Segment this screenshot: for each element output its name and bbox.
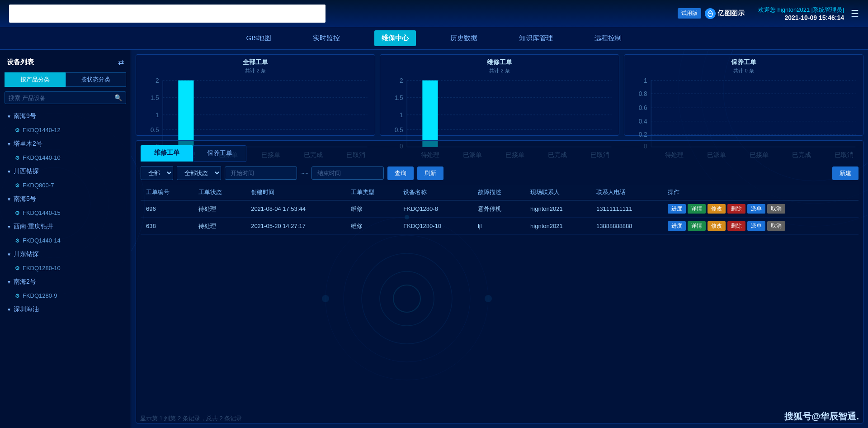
device-item-fkdq1440-10[interactable]: ⚙ FKDQ1440-10	[2, 152, 128, 164]
workorder-table: 工单编号 工单状态 创建时间 工单类型 设备名称 故障描述 现场联系人 联系人电…	[141, 185, 859, 235]
device-item-fkdq1440-15[interactable]: ⚙ FKDQ1440-15	[2, 207, 128, 219]
btn-edit-638[interactable]: 修改	[708, 221, 726, 231]
svg-text:2: 2	[400, 77, 403, 84]
chart-maintenance-orders: 保养工单 共计 0 条 1 0.8 0.6 0.4	[624, 54, 863, 136]
device-icon: ⚙	[15, 182, 20, 189]
sidebar-tabs: 按产品分类 按状态分类	[5, 72, 126, 87]
sidebar-group-chuanxi[interactable]: ▼ 川西钻探	[2, 164, 128, 179]
svg-text:2: 2	[156, 77, 159, 84]
svg-text:0.5: 0.5	[395, 127, 403, 133]
chart-maintenance-subtitle: 共计 0 条	[628, 67, 859, 74]
btn-edit-696[interactable]: 修改	[708, 204, 726, 214]
cell-phone: 13888888888	[591, 218, 662, 235]
btn-dispatch-638[interactable]: 派单	[747, 221, 765, 231]
btn-dispatch-696[interactable]: 派单	[747, 204, 765, 214]
svg-text:1: 1	[400, 112, 403, 119]
group-label: 西南·重庆钻井	[14, 223, 53, 231]
tab-product[interactable]: 按产品分类	[5, 72, 66, 87]
btn-cancel-696[interactable]: 取消	[767, 204, 785, 214]
cell-device: FKDQ1280-10	[398, 218, 472, 235]
nav-item-monitor[interactable]: 实时监控	[306, 30, 347, 46]
trial-logo: 亿图图示	[705, 8, 745, 19]
filter-start-time[interactable]	[225, 166, 297, 180]
sidebar-group-nanhai9[interactable]: ▼ 南海9号	[2, 109, 128, 124]
cell-status: 待处理	[193, 200, 245, 218]
svg-text:1.5: 1.5	[395, 95, 403, 101]
device-label: FKDQ800-7	[23, 182, 54, 189]
table-row: 638 待处理 2021-05-20 14:27:17 维修 FKDQ1280-…	[141, 218, 859, 235]
refresh-button[interactable]: 刷新	[417, 166, 443, 180]
company-name: 亿图图示	[717, 9, 745, 18]
sidebar-group-shenzhen[interactable]: ▼ 深圳海油	[2, 302, 128, 317]
col-device: 设备名称	[398, 185, 472, 200]
cell-type: 维修	[345, 218, 398, 235]
tab-status[interactable]: 按状态分类	[66, 72, 127, 87]
sidebar-group-xichong[interactable]: ▼ 西南·重庆钻井	[2, 219, 128, 234]
search-input[interactable]	[9, 95, 114, 101]
sidebar-group-nanhai5[interactable]: ▼ 南海5号	[2, 191, 128, 207]
filter-status-select[interactable]: 全部状态	[177, 166, 221, 180]
btn-delete-696[interactable]: 删除	[727, 204, 745, 214]
new-button[interactable]: 新建	[832, 166, 859, 180]
workorder-section: 维修工单 保养工单 全部 全部状态 ~~ 查询 刷新 新建	[136, 140, 863, 423]
device-icon: ⚙	[15, 265, 20, 271]
svg-rect-27	[178, 81, 193, 147]
col-status: 工单状态	[193, 185, 245, 200]
nav-item-gis[interactable]: GIS地图	[239, 30, 279, 46]
cell-fault: ljl	[472, 218, 525, 235]
group-label: 川东钻探	[14, 250, 39, 258]
menu-icon[interactable]: ☰	[851, 8, 859, 19]
cell-contact: hignton2021	[525, 218, 591, 235]
svg-text:0.4: 0.4	[639, 118, 647, 125]
nav-item-knowledge[interactable]: 知识库管理	[512, 30, 560, 46]
tab-maintenance[interactable]: 保养工单	[193, 145, 246, 162]
chart-all-orders: 全部工单 共计 2 条 2 1.5 1	[136, 54, 375, 136]
btn-detail-638[interactable]: 详情	[688, 221, 706, 231]
chart-repair-orders: 维修工单 共计 2 条 2 1.5 1 0.5 0	[380, 54, 619, 136]
btn-cancel-638[interactable]: 取消	[767, 221, 785, 231]
col-id: 工单编号	[141, 185, 193, 200]
device-item-fkdq1280-9[interactable]: ⚙ FKDQ1280-9	[2, 290, 128, 302]
sidebar: 设备列表 ⇄ 按产品分类 按状态分类 🔍 ▼ 南海9号 ⚙ FKDQ1440-1…	[0, 50, 131, 428]
sidebar-group-talim2[interactable]: ▼ 塔里木2号	[2, 136, 128, 152]
cell-device: FKDQ1280-8	[398, 200, 472, 218]
sidebar-group-nanhai2[interactable]: ▼ 南海2号	[2, 274, 128, 290]
device-item-fkdq1440-14[interactable]: ⚙ FKDQ1440-14	[2, 234, 128, 247]
device-label: FKDQ1280-10	[23, 265, 61, 271]
cell-id: 638	[141, 218, 193, 235]
nav-item-history[interactable]: 历史数据	[443, 30, 485, 46]
btn-detail-696[interactable]: 详情	[688, 204, 706, 214]
cell-id: 696	[141, 200, 193, 218]
btn-progress-696[interactable]: 进度	[668, 204, 686, 214]
sidebar-group-chuandong[interactable]: ▼ 川东钻探	[2, 247, 128, 262]
header: 试用版 亿图图示 欢迎您 hignton2021 [系统管理员] 2021-10…	[0, 0, 868, 27]
filter-all-select[interactable]: 全部	[141, 166, 173, 180]
device-label: FKDQ1440-10	[23, 154, 61, 161]
query-button[interactable]: 查询	[387, 166, 414, 180]
device-item-fkdq1440-12[interactable]: ⚙ FKDQ1440-12	[2, 124, 128, 136]
col-contact: 现场联系人	[525, 185, 591, 200]
cell-actions: 进度 详情 修改 删除 派单 取消	[662, 218, 859, 235]
svg-text:0.2: 0.2	[639, 131, 647, 138]
nav-item-remote[interactable]: 远程控制	[587, 30, 629, 46]
device-item-fkdq800-7[interactable]: ⚙ FKDQ800-7	[2, 179, 128, 191]
chevron-icon: ▼	[7, 252, 11, 257]
chart-repair-title: 维修工单	[384, 58, 615, 67]
col-created: 创建时间	[245, 185, 345, 200]
chevron-icon: ▼	[7, 280, 11, 285]
device-icon: ⚙	[15, 210, 20, 216]
btn-progress-638[interactable]: 进度	[668, 221, 686, 231]
sidebar-sort-icon[interactable]: ⇄	[118, 58, 124, 67]
group-label: 南海9号	[14, 112, 36, 120]
nav-item-maintenance[interactable]: 维保中心	[374, 30, 416, 46]
filter-end-time[interactable]	[311, 166, 384, 180]
logo-icon	[705, 8, 716, 19]
btn-delete-638[interactable]: 删除	[727, 221, 745, 231]
cell-status: 待处理	[193, 218, 245, 235]
navbar: GIS地图 实时监控 维保中心 历史数据 知识库管理 远程控制	[0, 27, 868, 50]
tab-repair[interactable]: 维修工单	[141, 145, 193, 162]
chart-all-title: 全部工单	[140, 58, 371, 67]
device-label: FKDQ1440-14	[23, 237, 61, 244]
cell-fault: 意外停机	[472, 200, 525, 218]
device-item-fkdq1280-10[interactable]: ⚙ FKDQ1280-10	[2, 262, 128, 274]
